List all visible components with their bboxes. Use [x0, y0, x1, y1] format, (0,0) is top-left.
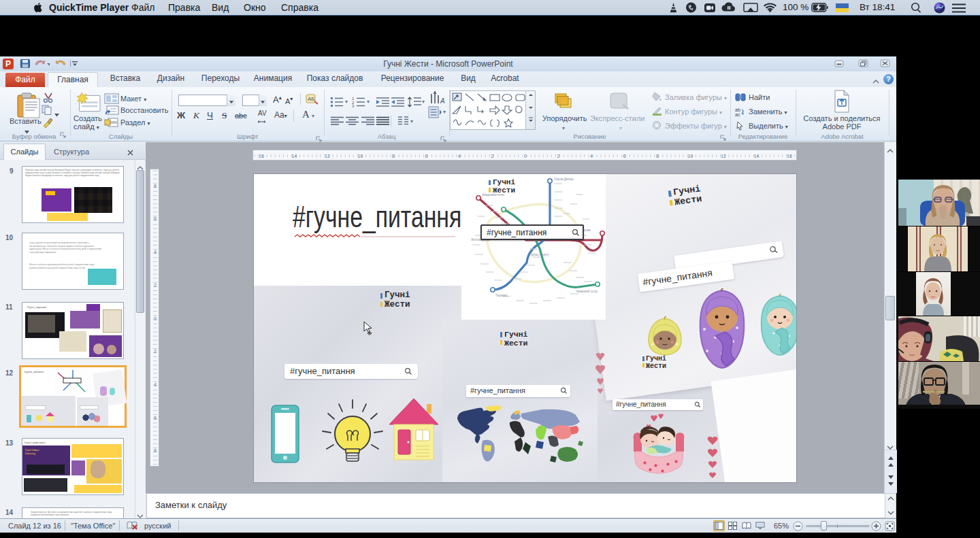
svg-text:2: 2 — [154, 349, 157, 354]
svg-text:2: 2 — [491, 154, 494, 158]
svg-text:8: 8 — [154, 448, 157, 453]
svg-text:8: 8 — [656, 154, 659, 158]
svg-text:6: 6 — [425, 154, 428, 158]
svg-text:6: 6 — [154, 216, 157, 221]
svg-text:4: 4 — [590, 154, 593, 158]
svg-text:АБ: АБ — [308, 96, 315, 102]
svg-text:14: 14 — [292, 154, 297, 158]
svg-text:0: 0 — [524, 154, 527, 158]
svg-text:2: 2 — [154, 283, 157, 288]
svg-text:A: A — [440, 97, 445, 105]
svg-text:4: 4 — [154, 250, 157, 254]
svg-text:14: 14 — [754, 154, 760, 158]
svg-text:2: 2 — [557, 154, 560, 158]
svg-text:16: 16 — [259, 154, 264, 158]
svg-text:16: 16 — [787, 154, 792, 158]
svg-text:4: 4 — [458, 154, 461, 158]
svg-text:10: 10 — [358, 154, 363, 158]
svg-text:8: 8 — [154, 184, 157, 188]
svg-text:6: 6 — [623, 154, 626, 158]
svg-text:12: 12 — [721, 154, 726, 158]
svg-text:Палац спорту: Палац спорту — [529, 253, 549, 256]
svg-text:ac: ac — [735, 112, 740, 116]
svg-text:6: 6 — [154, 416, 157, 420]
svg-text:4: 4 — [154, 382, 157, 387]
svg-text:3: 3 — [352, 104, 355, 107]
svg-text:Червоний хутір: Червоний хутір — [576, 289, 598, 293]
svg-text:Героїв Дніпра: Героїв Дніпра — [554, 178, 574, 181]
svg-text:8: 8 — [392, 154, 395, 158]
svg-text:0: 0 — [154, 316, 157, 321]
svg-text:ab: ab — [735, 107, 740, 112]
svg-text:Теремки: Теремки — [495, 294, 508, 297]
svg-text:12: 12 — [325, 154, 330, 158]
svg-text:10: 10 — [688, 154, 693, 158]
